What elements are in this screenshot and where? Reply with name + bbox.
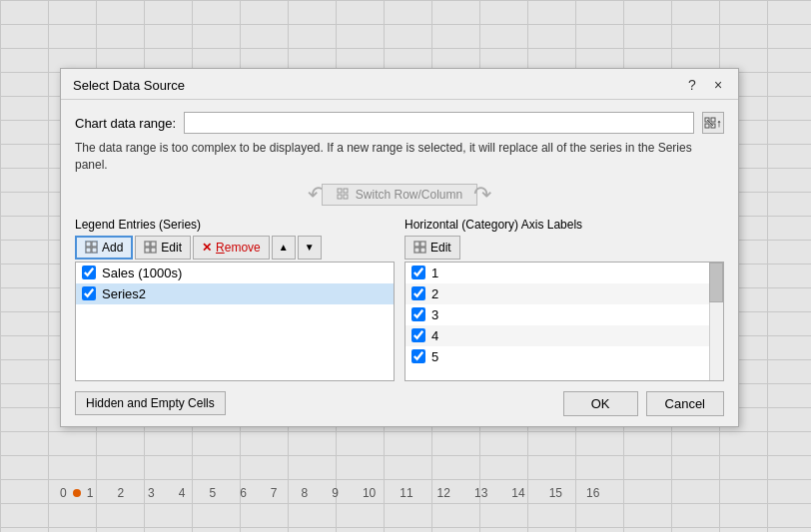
svg-rect-1 [711, 118, 715, 122]
axis-label-5: 5 [431, 349, 438, 364]
legend-section-label: Legend Entries (Series) [75, 218, 395, 232]
axis-tick-11: 11 [400, 486, 412, 500]
axis-tick-8: 8 [302, 486, 309, 500]
select-data-source-dialog: Select Data Source ? × Chart data range: [60, 68, 739, 427]
remove-x-icon: ✕ [202, 241, 212, 255]
series-label-1: Sales (1000s) [102, 266, 182, 280]
move-down-button[interactable]: ▼ [298, 236, 322, 260]
legend-toolbar: Add Edit ✕ Remove [75, 236, 395, 260]
axis-checkbox-2[interactable] [411, 286, 425, 300]
range-picker-icon [704, 117, 716, 129]
dialog-footer: Hidden and Empty Cells OK Cancel [75, 391, 724, 416]
axis-checkbox-3[interactable] [411, 307, 425, 321]
remove-series-button[interactable]: ✕ Remove [193, 236, 270, 260]
footer-left: Hidden and Empty Cells [75, 391, 226, 415]
svg-rect-21 [420, 242, 425, 247]
scrollbar-thumb[interactable] [709, 263, 723, 302]
axis-item-5[interactable]: 5 [406, 346, 723, 367]
axis-tick-16: 16 [586, 486, 599, 500]
axis-tick-5: 5 [209, 486, 216, 500]
remove-label: Remove [216, 241, 261, 255]
axis-tick-13: 13 [474, 486, 487, 500]
axis-list: 1 2 3 4 5 [405, 262, 724, 381]
horizontal-section-label: Horizontal (Category) Axis Labels [405, 218, 724, 232]
axis-item-4[interactable]: 4 [406, 325, 723, 346]
series-item-1[interactable]: Sales (1000s) [76, 263, 394, 283]
svg-line-4 [707, 120, 713, 126]
svg-rect-22 [414, 248, 419, 253]
edit-axis-button[interactable]: Edit [405, 236, 460, 260]
switch-row-col-area: ↶ Switch Row/Column ↷ [75, 182, 724, 208]
axis-tick-1: 1 [87, 486, 94, 500]
svg-rect-8 [344, 195, 348, 199]
chart-data-range-input[interactable] [184, 112, 694, 134]
axis-item-2[interactable]: 2 [406, 283, 723, 304]
series-checkbox-2[interactable] [82, 286, 96, 300]
scrollbar-track [709, 263, 723, 380]
note-text: The data range is too complex to be disp… [75, 140, 724, 174]
axis-area: 0 1 2 3 4 5 6 7 8 9 10 11 12 13 14 15 16 [60, 486, 751, 500]
axis-origin: 0 [60, 486, 67, 500]
switch-icon [337, 188, 351, 202]
svg-rect-16 [151, 242, 156, 247]
svg-rect-2 [705, 124, 709, 128]
axis-labels: 1 2 3 4 5 6 7 8 9 10 11 12 13 14 15 16 [87, 486, 600, 500]
switch-row-col-button[interactable]: Switch Row/Column [322, 184, 477, 206]
add-series-icon [85, 241, 98, 254]
legend-entries-panel: Legend Entries (Series) Add [75, 218, 395, 381]
axis-tick-15: 15 [549, 486, 562, 500]
svg-rect-18 [151, 248, 156, 253]
svg-rect-20 [414, 242, 419, 247]
svg-rect-6 [344, 189, 348, 193]
svg-rect-13 [92, 248, 97, 253]
axis-tick-3: 3 [148, 486, 155, 500]
svg-rect-12 [86, 248, 91, 253]
footer-right: OK Cancel [563, 391, 724, 416]
arrow-right-icon: ↷ [473, 182, 491, 208]
axis-label-3: 3 [431, 307, 438, 322]
dialog-title: Select Data Source [73, 78, 185, 93]
axis-tick-12: 12 [437, 486, 450, 500]
series-checkbox-1[interactable] [82, 266, 96, 279]
axis-checkbox-4[interactable] [411, 328, 425, 342]
dialog-body: Chart data range: ↑ The data range is to… [61, 100, 738, 426]
move-up-button[interactable]: ▲ [272, 236, 296, 260]
data-range-row: Chart data range: ↑ [75, 112, 724, 134]
axis-item-1[interactable]: 1 [406, 263, 723, 283]
svg-rect-11 [92, 242, 97, 247]
axis-dot [73, 489, 81, 497]
axis-label-4: 4 [431, 328, 438, 343]
series-item-2[interactable]: Series2 [76, 283, 394, 304]
axis-tick-9: 9 [332, 486, 339, 500]
h-toolbar: Edit [405, 236, 724, 260]
svg-rect-23 [420, 248, 425, 253]
help-button[interactable]: ? [682, 75, 702, 95]
hidden-empty-cells-button[interactable]: Hidden and Empty Cells [75, 391, 226, 415]
close-button[interactable]: × [708, 75, 728, 95]
svg-rect-15 [145, 242, 150, 247]
axis-tick-10: 10 [363, 486, 376, 500]
add-series-button[interactable]: Add [75, 236, 133, 260]
series-label-2: Series2 [102, 286, 146, 301]
axis-tick-7: 7 [271, 486, 278, 500]
axis-tick-14: 14 [511, 486, 524, 500]
edit-series-button[interactable]: Edit [135, 236, 191, 260]
edit-series-icon [144, 241, 157, 254]
axis-checkbox-1[interactable] [411, 266, 425, 279]
range-picker-button[interactable]: ↑ [702, 112, 724, 134]
axis-label-2: 2 [431, 286, 438, 301]
svg-rect-7 [338, 195, 342, 199]
axis-tick-4: 4 [179, 486, 186, 500]
axis-label-1: 1 [431, 266, 438, 280]
ok-button[interactable]: OK [563, 391, 638, 416]
axis-tick-2: 2 [117, 486, 124, 500]
dialog-titlebar: Select Data Source ? × [61, 69, 738, 100]
axis-item-3[interactable]: 3 [406, 304, 723, 325]
edit-axis-icon [413, 241, 426, 254]
cancel-button[interactable]: Cancel [646, 391, 724, 416]
horizontal-axis-panel: Horizontal (Category) Axis Labels Edit [405, 218, 724, 381]
axis-tick-6: 6 [240, 486, 247, 500]
axis-checkbox-5[interactable] [411, 349, 425, 363]
series-list: Sales (1000s) Series2 [75, 262, 395, 381]
dialog-controls: ? × [682, 75, 728, 95]
